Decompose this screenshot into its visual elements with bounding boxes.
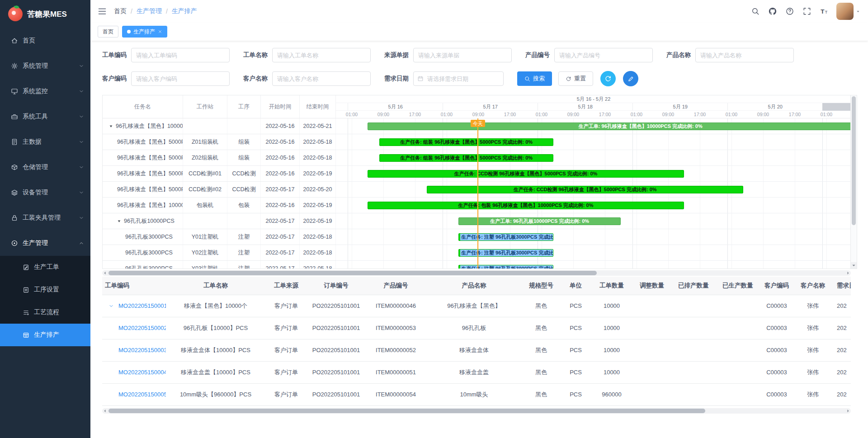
question-icon[interactable] xyxy=(786,7,794,15)
sidebar-item-production-mgmt[interactable]: 生产管理 xyxy=(0,231,90,256)
gantt-task-row[interactable]: 96孔孔板10000PCS2022-05-172022-05-19 xyxy=(103,213,335,229)
order-code-link[interactable]: MO202205150001 xyxy=(118,302,166,309)
orders-column-header: 工单编码 xyxy=(102,277,166,295)
scroll-left-icon[interactable] xyxy=(102,270,108,276)
gantt-bar-label: 生产任务: CCD检测 96孔移液盒【黑色】5000PCS 完成比例: 0% xyxy=(454,170,598,177)
search-button[interactable]: 搜索 xyxy=(517,71,552,86)
edit-button[interactable] xyxy=(623,71,638,86)
gantt-hour-label: 09:00 xyxy=(659,111,677,118)
avatar[interactable] xyxy=(836,3,854,20)
refresh-button[interactable] xyxy=(600,71,616,86)
gantt-day-gridline xyxy=(727,118,728,268)
sidebar-item-production-order[interactable]: 生产工单 xyxy=(0,256,90,278)
reset-button[interactable]: 重置 xyxy=(558,71,593,86)
gantt-order-bar[interactable]: 生产工单: 96孔孔板10000PCS 完成比例: 0% xyxy=(458,217,621,225)
source-doc-input[interactable] xyxy=(413,48,512,62)
order-code-link[interactable]: MO202205150002 xyxy=(118,325,166,331)
orders-column-header: 已生产数量 xyxy=(716,277,760,295)
table-cell xyxy=(632,383,671,405)
table-row[interactable]: MO202205150004移液盒盒盖【10000】PCS客户订单PO20220… xyxy=(102,361,851,383)
gantt-task-row[interactable]: 96孔移液盒【黑色】10000PCS2022-05-162022-05-21 xyxy=(103,118,335,134)
gantt-task-row[interactable]: 96孔移液盒【黑色】5000PCSCCD检测#01CCD检测2022-05-16… xyxy=(103,166,335,182)
orders-horizontal-scrollbar-thumb[interactable] xyxy=(108,409,705,413)
triangle-down-icon[interactable] xyxy=(117,219,121,223)
gantt-task-bar[interactable]: 生产任务: 注塑 96孔孔板3000PCS 完成比例: 0% xyxy=(458,265,553,268)
customer-name-input[interactable] xyxy=(272,71,371,86)
sidebar-item-process-setting[interactable]: 工序设置 xyxy=(0,278,90,301)
product-code-input[interactable] xyxy=(554,48,653,62)
table-row[interactable]: MO20220515000296孔孔板【10000】PCS客户订单PO20220… xyxy=(102,317,851,339)
table-cell: 张伟 xyxy=(793,339,832,361)
sidebar-item-process-flow[interactable]: 工艺流程 xyxy=(0,301,90,324)
gantt-task-row[interactable]: 96孔孔板3000PCSY03注塑机注塑2022-05-172022-05-18 xyxy=(103,261,335,269)
sidebar-item-master-data[interactable]: 主数据 xyxy=(0,129,90,155)
close-icon[interactable] xyxy=(158,29,162,34)
sidebar-item-fixture-mgmt[interactable]: 工装夹具管理 xyxy=(0,205,90,231)
gantt-task-row[interactable]: 96孔移液盒【黑色】5000PCSZ01组装机组装2022-05-162022-… xyxy=(103,134,335,150)
scroll-left-icon[interactable] xyxy=(102,408,108,414)
sidebar-item-equipment-mgmt[interactable]: 设备管理 xyxy=(0,180,90,205)
tab-production-schedule[interactable]: 生产排产 xyxy=(122,26,167,38)
scroll-down-icon[interactable] xyxy=(851,262,857,268)
fullscreen-icon[interactable] xyxy=(803,7,811,15)
sidebar-item-home[interactable]: 首页 xyxy=(0,28,90,53)
breadcrumb-item[interactable]: 生产管理 xyxy=(137,7,162,15)
gantt-vertical-scrollbar[interactable] xyxy=(850,95,857,268)
gantt-task-bar[interactable]: 生产任务: CCD检测 96孔移液盒【黑色】5000PCS 完成比例: 0% xyxy=(427,186,743,193)
row-expand-icon[interactable] xyxy=(108,303,114,309)
task-start-cell: 2022-05-17 xyxy=(261,229,300,245)
customer-code-input[interactable] xyxy=(131,71,230,86)
sidebar-item-system-monitor[interactable]: 系统监控 xyxy=(0,79,90,104)
product-name-input[interactable] xyxy=(695,48,794,62)
table-cell: MO202205150001 xyxy=(102,295,166,317)
gantt-task-bar[interactable]: 生产任务: 注塑 96孔孔板3000PCS 完成比例: 0% xyxy=(458,249,553,257)
gantt-task-bar[interactable]: 生产任务: 注塑 96孔孔板3000PCS 完成比例: 0% xyxy=(458,233,553,241)
gantt-task-row[interactable]: 96孔移液盒【黑色】5000PCSZ02组装机组装2022-05-162022-… xyxy=(103,150,335,166)
table-row[interactable]: MO202205150001移液盒【黑色】10000个客户订单PO2022051… xyxy=(102,295,851,317)
gantt-task-bar[interactable]: 生产任务: 组装 96孔移液盒【黑色】5000PCS 完成比例: 0% xyxy=(379,154,553,162)
order-code-link[interactable]: MO202205150005 xyxy=(118,391,166,398)
doc-edit-icon xyxy=(23,264,29,271)
table-row[interactable]: MO20220515000510mm吸头【960000】PCS客户订单PO202… xyxy=(102,383,851,405)
gantt-horizontal-scrollbar-thumb[interactable] xyxy=(108,271,597,275)
gantt-task-row[interactable]: 96孔移液盒【黑色】5000PCSCCD检测#02CCD检测2022-05-17… xyxy=(103,182,335,198)
sidebar-item-system-tools[interactable]: 系统工具 xyxy=(0,104,90,129)
filter-label: 来源单据 xyxy=(384,51,409,59)
gantt-task-bar[interactable]: 生产任务: 组装 96孔移液盒【黑色】5000PCS 完成比例: 0% xyxy=(379,138,553,146)
breadcrumb-item[interactable]: 首页 xyxy=(114,7,127,15)
menu-toggle-icon[interactable] xyxy=(98,7,107,16)
tab-home[interactable]: 首页 xyxy=(98,26,118,38)
gantt-order-bar[interactable]: 生产工单: 96孔移液盒【黑色】10000PCS 完成比例: 0% xyxy=(368,122,851,130)
demand-date-input[interactable] xyxy=(413,71,504,86)
task-name: 96孔孔板10000PCS xyxy=(124,217,175,225)
order-code-link[interactable]: MO202205150004 xyxy=(118,369,166,376)
table-cell: 黑色 xyxy=(522,339,561,361)
orders-table: 工单编码工单名称工单来源订单编号产品编号产品名称规格型号单位工单数量调整数量已排… xyxy=(102,277,851,406)
orders-horizontal-scrollbar[interactable] xyxy=(102,408,851,414)
triangle-down-icon[interactable] xyxy=(109,124,113,128)
font-size-icon[interactable]: TT xyxy=(820,7,828,15)
gantt-task-row[interactable]: 96孔孔板3000PCSY01注塑机注塑2022-05-172022-05-18 xyxy=(103,229,335,245)
github-icon[interactable] xyxy=(769,7,777,15)
gantt-vertical-scrollbar-thumb[interactable] xyxy=(852,96,856,225)
sidebar-item-production-schedule[interactable]: 生产排产 xyxy=(0,324,90,346)
gantt-horizontal-scrollbar[interactable] xyxy=(102,270,851,276)
gantt-task-bar[interactable]: 生产任务: 包装 96孔移液盒【黑色】10000PCS 完成比例: 0% xyxy=(368,202,684,209)
order-name-input[interactable] xyxy=(272,48,371,62)
gantt-task-row[interactable]: 96孔移液盒【黑色】10000PCS包装机包装2022-05-162022-05… xyxy=(103,198,335,213)
scroll-right-icon[interactable] xyxy=(845,408,851,414)
gantt-task-grid: 任务名工作站工序开始时间结束时间 96孔移液盒【黑色】10000PCS2022-… xyxy=(103,95,336,268)
task-name-cell: 96孔孔板10000PCS xyxy=(103,213,183,229)
sidebar-item-warehouse-mgmt[interactable]: 仓储管理 xyxy=(0,155,90,180)
gantt-task-bar[interactable]: 生产任务: CCD检测 96孔移液盒【黑色】5000PCS 完成比例: 0% xyxy=(368,170,684,178)
gantt-day-label: 5月 16 xyxy=(348,103,443,111)
search-icon[interactable] xyxy=(751,7,760,15)
order-code-input[interactable] xyxy=(131,48,230,62)
task-station-cell: Y02注塑机 xyxy=(183,245,227,260)
sidebar-item-system-mgmt[interactable]: 系统管理 xyxy=(0,53,90,79)
caret-down-icon[interactable] xyxy=(855,9,861,14)
scroll-right-icon[interactable] xyxy=(845,270,851,276)
gantt-task-row[interactable]: 96孔孔板3000PCSY02注塑机注塑2022-05-172022-05-18 xyxy=(103,245,335,261)
order-code-link[interactable]: MO202205150003 xyxy=(118,347,166,353)
table-row[interactable]: MO202205150003移液盒盒体【10000】PCS客户订单PO20220… xyxy=(102,339,851,361)
